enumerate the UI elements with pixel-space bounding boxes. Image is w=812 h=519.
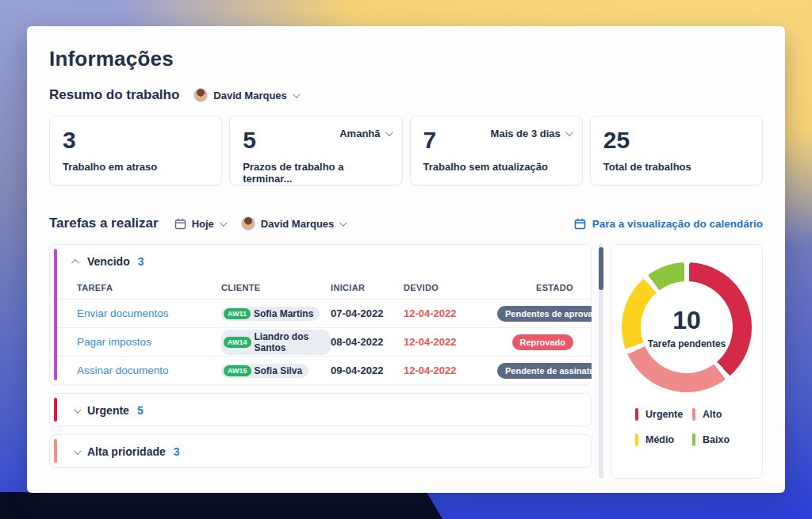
date-filter-value: Hoje (192, 218, 214, 230)
legend-label: Alto (703, 409, 722, 420)
client-name: Sofia Silva (255, 365, 303, 376)
table-header: TAREFA CLIENTE INICIAR DEVIDO ESTADO (50, 277, 591, 299)
table-row[interactable]: Pagar impostos AW14 Liandro dos Santos 0… (50, 327, 591, 356)
start-date: 08-04-2022 (331, 336, 404, 348)
table-row[interactable]: Enviar documentos AW11 Sofia Martins 07-… (50, 299, 591, 327)
deadline-range-dropdown[interactable]: Amanhã (339, 128, 390, 139)
stat-card-stale: 7 Trabalho sem atualização Mais de 3 dia… (410, 116, 583, 185)
col-estado: ESTADO (497, 283, 573, 292)
chevron-down-icon (220, 219, 228, 227)
task-link[interactable]: Pagar impostos (77, 336, 221, 348)
stat-label: Trabalho sem atualização (423, 161, 569, 173)
legend-item-alto: Alto (692, 408, 749, 421)
start-date: 09-04-2022 (331, 364, 404, 376)
group-header-vencido[interactable]: Vencido 3 (50, 245, 591, 277)
client-name: Liandro dos Santos (255, 331, 324, 353)
stat-value: 25 (603, 126, 749, 155)
donut-center: 10 Tarefa pendentes (641, 281, 733, 373)
group-accent-bar (54, 249, 57, 380)
due-date: 12-04-2022 (404, 307, 497, 319)
pending-tasks-donut-chart: 10 Tarefa pendentes (622, 262, 752, 392)
task-group-urgente: Urgente 5 (49, 393, 592, 426)
col-iniciar: INICIAR (331, 283, 404, 292)
group-accent-bar (54, 398, 57, 422)
legend-marker (635, 408, 638, 421)
pending-label: Tarefa pendentes (648, 338, 726, 349)
legend-item-urgente: Urgente (635, 408, 692, 421)
stale-range-dropdown[interactable]: Mais de 3 dias (491, 128, 571, 139)
chevron-down-icon (385, 128, 393, 136)
status-badge: Pendentes de aprovação (497, 306, 592, 322)
scrollbar-thumb[interactable] (599, 247, 603, 290)
client-pill: AW15 Sofia Silva (221, 364, 308, 378)
legend-marker (692, 433, 695, 446)
legend-label: Baixo (703, 434, 730, 445)
due-date: 12-04-2022 (404, 364, 497, 376)
chevron-down-icon (293, 90, 301, 98)
tasks-heading: Tarefas a realizar (49, 216, 159, 231)
legend-label: Médio (645, 434, 674, 445)
summary-header: Resumo do trabalho David Marques (49, 87, 763, 103)
stat-label: Prazos de trabalho a terminar... (243, 161, 389, 185)
dropdown-value: Mais de 3 dias (491, 128, 561, 139)
calendar-icon (174, 218, 186, 230)
col-tarefa: TAREFA (77, 283, 221, 292)
date-filter-dropdown[interactable]: Hoje (174, 218, 225, 230)
group-count: 3 (138, 255, 144, 268)
calendar-view-link[interactable]: Para a visualização do calendário (574, 218, 763, 230)
task-group-vencido: Vencido 3 TAREFA CLIENTE INICIAR DEVIDO … (49, 244, 592, 385)
status-badge: Pendente de assinatura (497, 363, 592, 379)
group-name: Vencido (87, 255, 130, 268)
group-header-urgente[interactable]: Urgente 5 (50, 394, 591, 426)
stat-label: Total de trabalhos (603, 161, 749, 173)
client-pill: AW11 Sofia Martins (221, 307, 320, 321)
chevron-down-icon (74, 406, 82, 414)
table-row[interactable]: Assinar documento AW15 Sofia Silva 09-04… (50, 356, 591, 384)
legend-item-medio: Médio (635, 433, 692, 446)
legend-marker (635, 433, 638, 446)
stat-card-deadlines: 5 Prazos de trabalho a terminar... Amanh… (229, 116, 402, 185)
task-link[interactable]: Assinar documento (77, 364, 221, 376)
tasks-main-area: Vencido 3 TAREFA CLIENTE INICIAR DEVIDO … (49, 244, 763, 479)
task-list-scrollbar[interactable] (599, 244, 603, 479)
chevron-down-icon (565, 128, 573, 136)
col-devido: DEVIDO (404, 283, 497, 292)
pending-tasks-panel: 10 Tarefa pendentes Urgente Alto Médio (611, 244, 763, 479)
dropdown-value: Amanhã (339, 128, 380, 139)
chevron-up-icon (71, 258, 79, 266)
group-accent-bar (54, 439, 57, 463)
stat-cards: 3 Trabalho em atraso 5 Prazos de trabalh… (49, 116, 763, 185)
user-avatar (193, 88, 208, 102)
tasks-user-filter[interactable]: David Marques (241, 216, 345, 231)
status-badge: Reprovado (512, 334, 573, 350)
stat-value: 3 (63, 126, 209, 155)
background-dark-shape (0, 492, 444, 519)
legend-item-baixo: Baixo (692, 433, 749, 446)
chart-legend: Urgente Alto Médio Baixo (635, 408, 749, 446)
stat-card-overdue: 3 Trabalho em atraso (49, 116, 222, 185)
client-code-badge: AW15 (224, 365, 251, 376)
stat-label: Trabalho em atraso (63, 161, 209, 173)
tasks-header: Tarefas a realizar Hoje David Marques (49, 216, 763, 231)
pending-count: 10 (672, 306, 701, 335)
client-code-badge: AW11 (224, 308, 251, 319)
page-title: Informações (49, 47, 763, 71)
task-group-alta-prioridade: Alta prioridade 3 (49, 434, 592, 467)
summary-user-filter[interactable]: David Marques (193, 88, 297, 102)
dashboard-window: Informações Resumo do trabalho David Mar… (27, 26, 785, 493)
col-cliente: CLIENTE (221, 283, 331, 292)
user-filter-value: David Marques (261, 218, 334, 230)
calendar-view-link-label: Para a visualização do calendário (592, 218, 763, 230)
calendar-icon (574, 218, 586, 230)
start-date: 07-04-2022 (331, 307, 404, 319)
group-name: Urgente (87, 404, 129, 417)
client-name: Sofia Martins (254, 308, 313, 319)
group-header-alta-prioridade[interactable]: Alta prioridade 3 (50, 435, 591, 467)
due-date: 12-04-2022 (404, 336, 497, 348)
user-filter-label: David Marques (213, 90, 286, 101)
chevron-down-icon (74, 447, 82, 455)
legend-label: Urgente (645, 409, 683, 420)
group-name: Alta prioridade (87, 445, 166, 458)
task-link[interactable]: Enviar documentos (77, 307, 221, 319)
client-code-badge: AW14 (224, 337, 251, 348)
